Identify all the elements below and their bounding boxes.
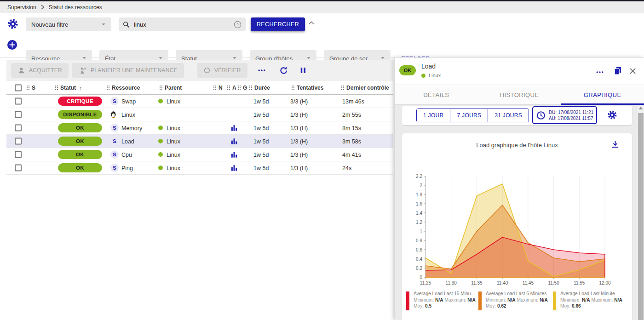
- scrollbar-up-icon[interactable]: [638, 106, 644, 110]
- filter-settings-gear-icon[interactable]: [7, 18, 18, 29]
- svg-text:1.2: 1.2: [416, 220, 422, 225]
- search-button[interactable]: RECHERCHER: [251, 17, 305, 31]
- drag-handle-icon[interactable]: [160, 86, 162, 91]
- table-row[interactable]: OKSLoadLinux1w 5d1/3 (H)3m 58s: [6, 135, 393, 148]
- column-header-parent[interactable]: Parent: [160, 81, 182, 95]
- drag-handle-icon[interactable]: [27, 86, 29, 91]
- parent-name[interactable]: Linux: [167, 121, 180, 135]
- table-row[interactable]: CRITIQUESSwapLinux1w 5d3/3 (H)13m 46s: [6, 95, 393, 108]
- table-header: SStatut↑RessourceParentNAGDuréeTentative…: [6, 81, 393, 95]
- copy-icon: [613, 66, 623, 76]
- graph-settings-button[interactable]: [607, 110, 617, 120]
- graph-icon[interactable]: [231, 151, 238, 158]
- more-actions-button[interactable]: [254, 63, 270, 78]
- drag-handle-icon[interactable]: [213, 86, 216, 91]
- time-range-button-1[interactable]: 1 JOUR: [417, 109, 450, 122]
- refresh-button[interactable]: [277, 63, 291, 78]
- downtime-label: PLANIFIER UNE MAINTENANCE: [91, 67, 178, 74]
- copy-link-button[interactable]: [613, 66, 623, 76]
- date-from: DU: 17/08/2021 11:21: [549, 109, 593, 115]
- resource-name[interactable]: Load: [121, 135, 134, 148]
- table-row[interactable]: OKSCpuLinux1w 5d1/3 (H)4m 41s: [6, 148, 393, 161]
- parent-name[interactable]: Linux: [167, 95, 180, 108]
- acknowledge-button[interactable]: ACQUITTER: [11, 63, 69, 78]
- drag-handle-icon[interactable]: [341, 86, 344, 91]
- pause-autorefresh-button[interactable]: [296, 63, 310, 78]
- check-button[interactable]: VÉRIFIER: [197, 63, 247, 78]
- parent-name[interactable]: Linux: [167, 161, 180, 175]
- column-header-tentatives[interactable]: Tentatives: [292, 81, 323, 95]
- parent-name[interactable]: Linux: [167, 148, 180, 161]
- tab-graphique[interactable]: GRAPHIQUE: [561, 85, 644, 104]
- drag-handle-icon[interactable]: [292, 86, 294, 91]
- column-header-dure[interactable]: Durée: [249, 81, 270, 95]
- legend-series-name: Average Load Last 15 Minu...: [414, 291, 476, 297]
- parent-name[interactable]: Linux: [167, 135, 180, 148]
- time-range-button-3[interactable]: 31 JOURS: [488, 109, 529, 122]
- row-checkbox[interactable]: [15, 138, 22, 145]
- column-header-n[interactable]: N: [213, 81, 223, 95]
- column-label: Tentatives: [297, 85, 323, 91]
- tab-dtails[interactable]: DÉTAILS: [395, 85, 478, 104]
- time-range-button-2[interactable]: 7 JOURS: [450, 109, 488, 122]
- sort-asc-icon[interactable]: ↑: [79, 85, 82, 91]
- legend-item[interactable]: Average Load Last MinuteMinimum: N/A Max…: [553, 291, 622, 310]
- column-header-derniercontrle[interactable]: Dernier contrôle: [341, 81, 389, 95]
- tab-historique[interactable]: HISTORIQUE: [478, 85, 561, 104]
- graph-icon[interactable]: [231, 138, 238, 145]
- parent-status-dot: [158, 152, 163, 157]
- resource-name[interactable]: Linux: [121, 108, 135, 121]
- column-header-a[interactable]: A: [227, 81, 236, 95]
- drag-handle-icon[interactable]: [227, 86, 230, 91]
- row-checkbox[interactable]: [15, 151, 22, 158]
- tries-value: 1/3 (H): [290, 148, 308, 161]
- resource-name[interactable]: Cpu: [121, 148, 132, 161]
- table-row[interactable]: OKSMemoryLinux1w 5d1/3 (H)8m 15s: [6, 121, 393, 135]
- drag-handle-icon[interactable]: [107, 86, 109, 91]
- export-graph-button[interactable]: [610, 140, 620, 149]
- legend-item[interactable]: Average Load Last 15 Minu...Minimum: N/A…: [406, 291, 476, 310]
- drag-handle-icon[interactable]: [249, 86, 252, 91]
- column-header-statut[interactable]: Statut↑: [55, 81, 82, 95]
- svg-text:1: 1: [420, 229, 422, 234]
- column-header-s[interactable]: S: [27, 81, 35, 95]
- column-header-ressource[interactable]: Ressource: [107, 81, 140, 95]
- chevron-up-icon: [307, 19, 316, 27]
- pause-icon: [299, 66, 307, 74]
- legend-item[interactable]: Average Load Last 5 MinutesMinimum: N/A …: [478, 291, 548, 310]
- panel-more-button[interactable]: [595, 68, 604, 77]
- last-check-value: 13m 46s: [342, 95, 364, 108]
- row-checkbox[interactable]: [15, 98, 22, 105]
- table-row[interactable]: OKSPingLinux1w 5d1/3 (H)24s: [6, 161, 393, 175]
- add-criteria-button[interactable]: [7, 40, 17, 50]
- row-checkbox[interactable]: [15, 111, 22, 118]
- svg-text:11:30: 11:30: [446, 280, 457, 286]
- breadcrumb-item[interactable]: Supervision: [7, 4, 36, 11]
- downtime-button[interactable]: PLANIFIER UNE MAINTENANCE: [72, 63, 184, 78]
- graph-icon[interactable]: [231, 165, 238, 171]
- collapse-filters-button[interactable]: [307, 19, 316, 27]
- svg-text:1.8: 1.8: [416, 192, 422, 197]
- resource-name[interactable]: Ping: [121, 161, 133, 175]
- parent-status-dot: [158, 166, 163, 170]
- table-row[interactable]: DISPONIBLELinux1w 5d1/3 (H)2m 55s: [6, 108, 393, 121]
- column-header-g[interactable]: G: [238, 81, 247, 95]
- resource-name[interactable]: Memory: [121, 121, 142, 135]
- scrollbar-thumb[interactable]: [638, 113, 644, 320]
- search-input[interactable]: [134, 21, 233, 28]
- panel-scrollbar[interactable]: [638, 105, 644, 320]
- drag-handle-icon[interactable]: [55, 86, 58, 91]
- drag-handle-icon[interactable]: [238, 86, 241, 91]
- column-label: Dernier contrôle: [346, 85, 389, 91]
- select-all-checkbox[interactable]: [15, 84, 22, 91]
- graph-icon[interactable]: [231, 125, 238, 131]
- search-help-icon[interactable]: ?: [233, 20, 242, 29]
- row-checkbox[interactable]: [15, 165, 22, 171]
- saved-filter-select[interactable]: Nouveau filtre: [26, 17, 111, 31]
- row-checkbox[interactable]: [15, 125, 22, 131]
- close-panel-button[interactable]: [628, 67, 637, 75]
- resource-name[interactable]: Swap: [121, 95, 136, 108]
- svg-text:11:40: 11:40: [497, 280, 508, 286]
- load-area-chart[interactable]: 00.20.40.60.811.21.41.61.822.211:2511:30…: [402, 166, 639, 291]
- date-range-picker[interactable]: DU: 17/08/2021 11:21 AU: 17/08/2021 11:5…: [532, 106, 597, 124]
